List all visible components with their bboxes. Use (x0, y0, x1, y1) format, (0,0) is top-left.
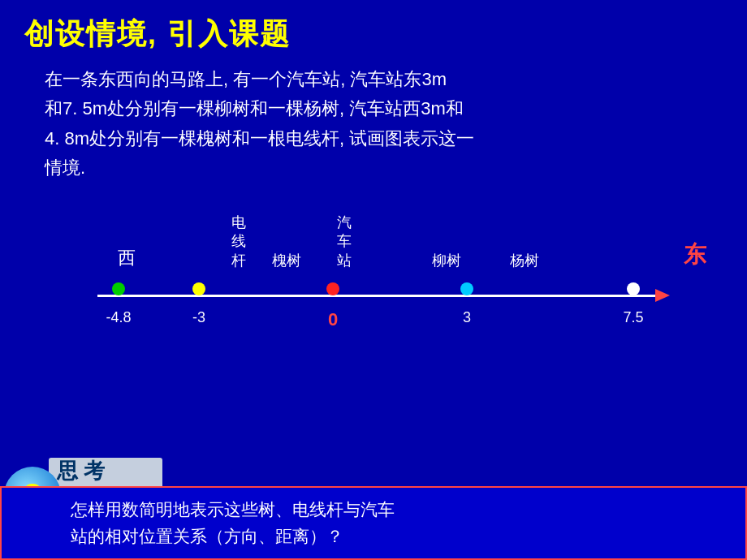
paragraph-line3: 4. 8m处分别有一棵槐树和一根电线杆, 试画图表示这一 (45, 124, 723, 153)
arrow-right-icon (655, 289, 670, 302)
question-line1: 怎样用数简明地表示这些树、电线杆与汽车 (71, 496, 733, 523)
diagram-area: 西 电线杆 槐树 汽车站 柳树 杨树 东 -4.8 -3 0 3 7.5 (24, 197, 723, 360)
numlabel-3: 3 (463, 309, 471, 326)
page-title: 创设情境, 引入课题 (0, 0, 747, 61)
think-label: 思 考 (57, 457, 105, 485)
question-line2: 站的相对位置关系（方向、距离）？ (71, 523, 733, 550)
number-line-container: -4.8 -3 0 3 7.5 (97, 286, 698, 327)
label-qichezhan: 汽车站 (337, 213, 352, 270)
numlabel-minus3: -3 (192, 309, 205, 326)
number-line (97, 295, 666, 297)
label-east: 东 (684, 239, 706, 270)
paragraph-line1: 在一条东西向的马路上, 有一个汽车站, 汽车站东3m (45, 65, 723, 94)
numlabel-minus4-8: -4.8 (106, 309, 131, 326)
dot-zero (326, 282, 339, 295)
paragraph-line2: 和7. 5m处分别有一棵柳树和一棵杨树, 汽车站西3m和 (45, 94, 723, 123)
label-west: 西 (118, 246, 136, 270)
numlabel-7-5: 7.5 (623, 309, 643, 326)
dot-3 (460, 282, 473, 295)
dot-7-5 (627, 282, 640, 295)
label-huaishu: 槐树 (272, 251, 301, 270)
dot-minus4-8 (112, 282, 125, 295)
label-yangshu: 杨树 (510, 251, 539, 270)
label-dianxiangan: 电线杆 (231, 213, 246, 270)
content-paragraph: 在一条东西向的马路上, 有一个汽车站, 汽车站东3m 和7. 5m处分别有一棵柳… (0, 61, 747, 183)
labels-above: 西 电线杆 槐树 汽车站 柳树 杨树 东 (24, 197, 723, 286)
numlabel-zero: 0 (328, 309, 338, 330)
paragraph-line4: 情境. (45, 153, 723, 183)
dot-minus3 (192, 282, 205, 295)
label-liushu: 柳树 (432, 251, 461, 270)
question-box: 怎样用数简明地表示这些树、电线杆与汽车 站的相对位置关系（方向、距离）？ (0, 486, 747, 560)
